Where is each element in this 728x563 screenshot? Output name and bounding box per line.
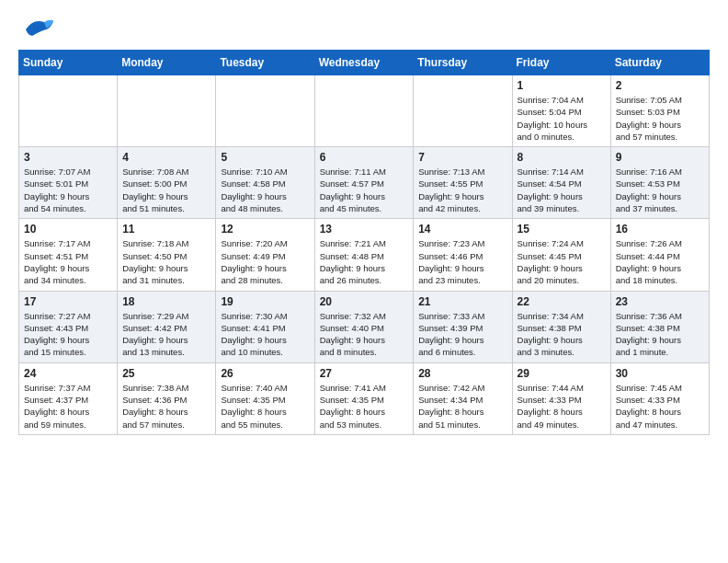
day-info: Sunrise: 7:21 AMSunset: 4:48 PMDaylight:… [320, 237, 409, 286]
day-number: 4 [122, 151, 210, 164]
calendar-cell [19, 75, 118, 147]
col-header-saturday: Saturday [610, 51, 709, 75]
day-info: Sunrise: 7:30 AMSunset: 4:41 PMDaylight:… [221, 310, 309, 359]
day-info: Sunrise: 7:44 AMSunset: 4:33 PMDaylight:… [518, 382, 606, 431]
day-info: Sunrise: 7:23 AMSunset: 4:46 PMDaylight:… [418, 237, 506, 286]
day-info: Sunrise: 7:42 AMSunset: 4:34 PMDaylight:… [418, 382, 506, 431]
logo [18, 15, 59, 40]
calendar-cell: 8Sunrise: 7:14 AMSunset: 4:54 PMDaylight… [512, 147, 610, 219]
day-info: Sunrise: 7:40 AMSunset: 4:35 PMDaylight:… [221, 382, 309, 431]
calendar-cell: 3Sunrise: 7:07 AMSunset: 5:01 PMDaylight… [19, 147, 118, 219]
calendar-header-row: SundayMondayTuesdayWednesdayThursdayFrid… [19, 51, 710, 75]
day-number: 9 [616, 151, 704, 164]
day-info: Sunrise: 7:41 AMSunset: 4:35 PMDaylight:… [320, 382, 409, 431]
calendar-week-row: 10Sunrise: 7:17 AMSunset: 4:51 PMDayligh… [19, 219, 710, 291]
day-number: 23 [616, 295, 704, 308]
calendar-week-row: 24Sunrise: 7:37 AMSunset: 4:37 PMDayligh… [19, 362, 710, 434]
day-number: 24 [24, 367, 112, 380]
col-header-tuesday: Tuesday [216, 51, 314, 75]
day-number: 25 [122, 367, 210, 380]
calendar-cell: 21Sunrise: 7:33 AMSunset: 4:39 PMDayligh… [414, 291, 512, 362]
day-number: 1 [518, 79, 606, 92]
col-header-thursday: Thursday [414, 51, 512, 75]
calendar-cell: 11Sunrise: 7:18 AMSunset: 4:50 PMDayligh… [118, 219, 216, 291]
calendar-cell: 4Sunrise: 7:08 AMSunset: 5:00 PMDaylight… [118, 147, 216, 219]
calendar-table: SundayMondayTuesdayWednesdayThursdayFrid… [18, 50, 710, 435]
day-number: 5 [221, 151, 309, 164]
day-number: 28 [418, 367, 506, 380]
col-header-friday: Friday [512, 51, 610, 75]
calendar-cell [414, 75, 512, 147]
calendar-week-row: 1Sunrise: 7:04 AMSunset: 5:04 PMDaylight… [19, 75, 710, 147]
calendar-cell: 27Sunrise: 7:41 AMSunset: 4:35 PMDayligh… [314, 362, 414, 434]
day-number: 14 [418, 223, 506, 236]
day-number: 2 [616, 79, 704, 92]
calendar-cell: 28Sunrise: 7:42 AMSunset: 4:34 PMDayligh… [414, 362, 512, 434]
col-header-wednesday: Wednesday [314, 51, 414, 75]
day-info: Sunrise: 7:10 AMSunset: 4:58 PMDaylight:… [221, 166, 309, 214]
day-info: Sunrise: 7:32 AMSunset: 4:40 PMDaylight:… [320, 310, 409, 359]
day-info: Sunrise: 7:29 AMSunset: 4:42 PMDaylight:… [122, 310, 210, 359]
calendar-cell: 15Sunrise: 7:24 AMSunset: 4:45 PMDayligh… [512, 219, 610, 291]
day-info: Sunrise: 7:07 AMSunset: 5:01 PMDaylight:… [24, 166, 112, 214]
calendar-cell: 7Sunrise: 7:13 AMSunset: 4:55 PMDaylight… [414, 147, 512, 219]
day-info: Sunrise: 7:05 AMSunset: 5:03 PMDaylight:… [616, 94, 704, 143]
day-info: Sunrise: 7:13 AMSunset: 4:55 PMDaylight:… [418, 166, 506, 214]
day-number: 29 [518, 367, 606, 380]
calendar-cell: 23Sunrise: 7:36 AMSunset: 4:38 PMDayligh… [610, 291, 709, 362]
calendar-cell: 9Sunrise: 7:16 AMSunset: 4:53 PMDaylight… [610, 147, 709, 219]
day-info: Sunrise: 7:38 AMSunset: 4:36 PMDaylight:… [122, 382, 210, 431]
calendar-cell [314, 75, 414, 147]
calendar-cell: 22Sunrise: 7:34 AMSunset: 4:38 PMDayligh… [512, 291, 610, 362]
calendar-cell: 20Sunrise: 7:32 AMSunset: 4:40 PMDayligh… [314, 291, 414, 362]
day-number: 7 [418, 151, 506, 164]
calendar-cell: 26Sunrise: 7:40 AMSunset: 4:35 PMDayligh… [216, 362, 314, 434]
day-number: 18 [122, 295, 210, 308]
calendar-cell: 12Sunrise: 7:20 AMSunset: 4:49 PMDayligh… [216, 219, 314, 291]
day-info: Sunrise: 7:14 AMSunset: 4:54 PMDaylight:… [518, 166, 606, 214]
calendar-cell: 1Sunrise: 7:04 AMSunset: 5:04 PMDaylight… [512, 75, 610, 147]
day-number: 6 [320, 151, 409, 164]
logo-bird-icon [18, 15, 55, 40]
day-number: 11 [122, 223, 210, 236]
day-number: 26 [221, 367, 309, 380]
day-info: Sunrise: 7:34 AMSunset: 4:38 PMDaylight:… [518, 310, 606, 359]
day-number: 19 [221, 295, 309, 308]
calendar-cell: 17Sunrise: 7:27 AMSunset: 4:43 PMDayligh… [19, 291, 118, 362]
calendar-cell: 10Sunrise: 7:17 AMSunset: 4:51 PMDayligh… [19, 219, 118, 291]
day-number: 20 [320, 295, 409, 308]
day-number: 21 [418, 295, 506, 308]
calendar-week-row: 17Sunrise: 7:27 AMSunset: 4:43 PMDayligh… [19, 291, 710, 362]
col-header-monday: Monday [118, 51, 216, 75]
calendar-cell: 6Sunrise: 7:11 AMSunset: 4:57 PMDaylight… [314, 147, 414, 219]
day-number: 27 [320, 367, 409, 380]
calendar-cell [216, 75, 314, 147]
col-header-sunday: Sunday [19, 51, 118, 75]
day-info: Sunrise: 7:18 AMSunset: 4:50 PMDaylight:… [122, 237, 210, 286]
calendar-cell: 29Sunrise: 7:44 AMSunset: 4:33 PMDayligh… [512, 362, 610, 434]
day-number: 12 [221, 223, 309, 236]
calendar-cell: 19Sunrise: 7:30 AMSunset: 4:41 PMDayligh… [216, 291, 314, 362]
day-info: Sunrise: 7:11 AMSunset: 4:57 PMDaylight:… [320, 166, 409, 214]
day-number: 10 [24, 223, 112, 236]
day-info: Sunrise: 7:08 AMSunset: 5:00 PMDaylight:… [122, 166, 210, 214]
calendar-cell: 13Sunrise: 7:21 AMSunset: 4:48 PMDayligh… [314, 219, 414, 291]
calendar-cell: 5Sunrise: 7:10 AMSunset: 4:58 PMDaylight… [216, 147, 314, 219]
day-number: 30 [616, 367, 704, 380]
calendar-cell: 25Sunrise: 7:38 AMSunset: 4:36 PMDayligh… [118, 362, 216, 434]
day-info: Sunrise: 7:16 AMSunset: 4:53 PMDaylight:… [616, 166, 704, 214]
day-number: 15 [518, 223, 606, 236]
day-number: 13 [320, 223, 409, 236]
day-info: Sunrise: 7:26 AMSunset: 4:44 PMDaylight:… [616, 237, 704, 286]
calendar-cell: 18Sunrise: 7:29 AMSunset: 4:42 PMDayligh… [118, 291, 216, 362]
calendar-week-row: 3Sunrise: 7:07 AMSunset: 5:01 PMDaylight… [19, 147, 710, 219]
day-info: Sunrise: 7:27 AMSunset: 4:43 PMDaylight:… [24, 310, 112, 359]
calendar-cell: 14Sunrise: 7:23 AMSunset: 4:46 PMDayligh… [414, 219, 512, 291]
day-info: Sunrise: 7:20 AMSunset: 4:49 PMDaylight:… [221, 237, 309, 286]
calendar-cell: 24Sunrise: 7:37 AMSunset: 4:37 PMDayligh… [19, 362, 118, 434]
day-number: 17 [24, 295, 112, 308]
calendar-cell: 30Sunrise: 7:45 AMSunset: 4:33 PMDayligh… [610, 362, 709, 434]
day-number: 22 [518, 295, 606, 308]
calendar-cell: 2Sunrise: 7:05 AMSunset: 5:03 PMDaylight… [610, 75, 709, 147]
calendar-cell: 16Sunrise: 7:26 AMSunset: 4:44 PMDayligh… [610, 219, 709, 291]
